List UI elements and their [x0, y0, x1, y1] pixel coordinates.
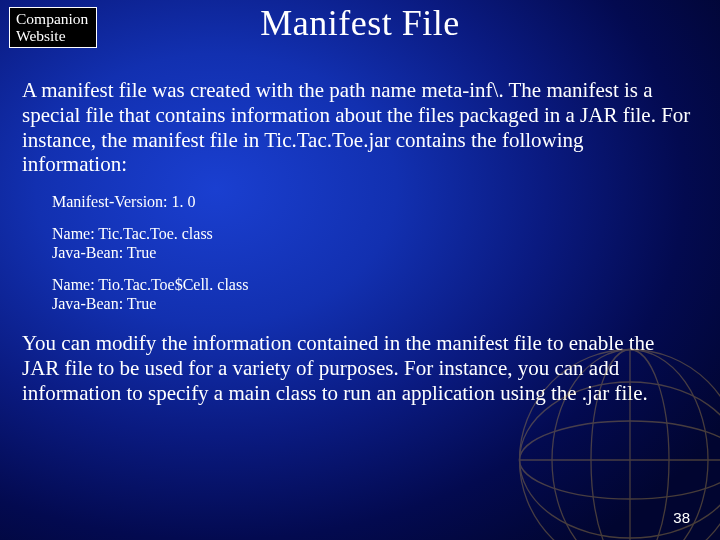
manifest-entry-1: Name: Tic.Tac.Toe. class Java-Bean: True — [52, 225, 692, 262]
manifest-entry-2-bean: Java-Bean: True — [52, 295, 692, 313]
slide: Companion Website Manifest File A manife… — [0, 0, 720, 540]
intro-paragraph: A manifest file was created with the pat… — [22, 78, 692, 177]
manifest-version-group: Manifest-Version: 1. 0 — [52, 193, 692, 211]
slide-title: Manifest File — [0, 2, 720, 44]
manifest-entry-1-bean: Java-Bean: True — [52, 244, 692, 262]
manifest-entry-2: Name: Tio.Tac.Toe$Cell. class Java-Bean:… — [52, 276, 692, 313]
svg-point-1 — [520, 421, 721, 499]
manifest-entry-2-name: Name: Tio.Tac.Toe$Cell. class — [52, 276, 692, 294]
manifest-code-block: Manifest-Version: 1. 0 Name: Tic.Tac.Toe… — [52, 193, 692, 313]
manifest-version-line: Manifest-Version: 1. 0 — [52, 193, 692, 211]
manifest-entry-1-name: Name: Tic.Tac.Toe. class — [52, 225, 692, 243]
page-number: 38 — [673, 509, 690, 526]
outro-paragraph: You can modify the information contained… — [22, 331, 692, 405]
slide-body: A manifest file was created with the pat… — [22, 78, 692, 413]
